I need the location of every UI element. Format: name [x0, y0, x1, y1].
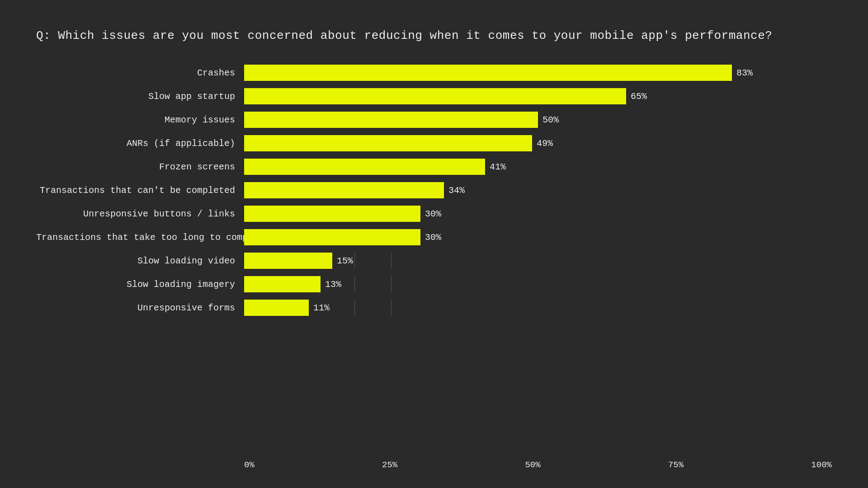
bar-row: Unresponsive forms11%	[36, 296, 832, 319]
bar-track: 30%	[244, 229, 832, 245]
bar-row: ANRs (if applicable)49%	[36, 131, 832, 155]
bar-fill	[244, 88, 626, 104]
bar-track: 83%	[244, 65, 832, 81]
bar-track: 11%	[244, 300, 832, 316]
bar-row: Transactions that take too long to compl…	[36, 225, 832, 249]
bar-fill	[244, 135, 532, 151]
bar-track: 34%	[244, 182, 832, 198]
bar-value: 41%	[490, 162, 506, 172]
bar-label: ANRs (if applicable)	[36, 138, 244, 149]
bar-row: Slow loading imagery13%	[36, 272, 832, 296]
bar-value: 65%	[631, 91, 647, 102]
bar-fill	[244, 206, 420, 222]
x-tick: 75%	[668, 460, 684, 470]
bar-row: Slow loading video15%	[36, 249, 832, 272]
bar-fill	[244, 229, 420, 245]
bar-label: Memory issues	[36, 115, 244, 125]
bar-label: Slow app startup	[36, 91, 244, 102]
bar-row: Crashes83%	[36, 61, 832, 84]
chart-container: Crashes83%Slow app startup65%Memory issu…	[36, 61, 832, 470]
x-tick: 0%	[244, 460, 255, 470]
bar-row: Unresponsive buttons / links30%	[36, 202, 832, 225]
chart-area: Crashes83%Slow app startup65%Memory issu…	[36, 61, 832, 455]
bar-fill	[244, 300, 309, 316]
bar-row: Memory issues50%	[36, 108, 832, 131]
bar-row: Slow app startup65%	[36, 84, 832, 108]
question: Q: Which issues are you most concerned a…	[36, 27, 832, 45]
bar-value: 30%	[425, 232, 441, 243]
bar-value: 83%	[736, 68, 753, 78]
x-tick: 100%	[811, 460, 832, 470]
bar-label: Transactions that take too long to compl…	[36, 232, 244, 243]
bar-value: 49%	[537, 138, 553, 149]
bar-label: Frozen screens	[36, 162, 244, 172]
bar-label: Crashes	[36, 68, 244, 78]
bar-track: 13%	[244, 276, 832, 292]
bar-fill	[244, 182, 444, 198]
bar-fill	[244, 112, 538, 128]
bar-track: 41%	[244, 159, 832, 175]
bar-track: 49%	[244, 135, 832, 151]
bar-value: 13%	[325, 279, 341, 290]
bar-fill	[244, 159, 485, 175]
bar-value: 15%	[337, 256, 353, 266]
bar-row: Transactions that can't be completed34%	[36, 178, 832, 202]
bar-track: 50%	[244, 112, 832, 128]
bar-fill	[244, 276, 321, 292]
bar-track: 30%	[244, 206, 832, 222]
bar-label: Transactions that can't be completed	[36, 185, 244, 196]
bar-label: Unresponsive buttons / links	[36, 209, 244, 219]
bar-value: 34%	[448, 185, 465, 196]
bar-label: Slow loading video	[36, 256, 244, 266]
bar-track: 15%	[244, 253, 832, 269]
x-tick: 50%	[525, 460, 540, 470]
x-axis: 0%25%50%75%100%	[36, 460, 832, 470]
bar-value: 30%	[425, 209, 441, 219]
bar-track: 65%	[244, 88, 832, 104]
bar-fill	[244, 253, 332, 269]
bar-value: 11%	[313, 303, 330, 313]
bar-label: Slow loading imagery	[36, 279, 244, 290]
x-tick: 25%	[382, 460, 397, 470]
bar-row: Frozen screens41%	[36, 155, 832, 178]
bar-value: 50%	[542, 115, 559, 125]
bar-label: Unresponsive forms	[36, 303, 244, 313]
bar-fill	[244, 65, 732, 81]
